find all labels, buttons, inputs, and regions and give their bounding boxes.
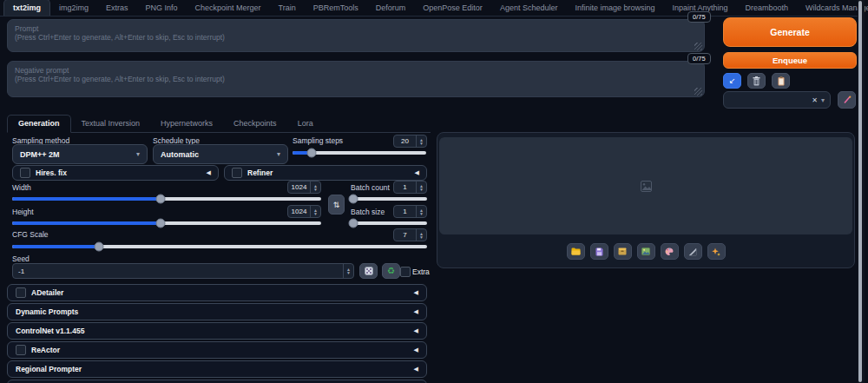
number-stepper[interactable]: ▲▼ bbox=[416, 182, 426, 193]
prompt-resize-handle[interactable] bbox=[694, 43, 702, 50]
archive-icon bbox=[618, 248, 627, 255]
number-stepper[interactable]: ▲▼ bbox=[343, 264, 353, 278]
slider-knob[interactable] bbox=[348, 195, 358, 204]
number-stepper[interactable]: ▲▼ bbox=[310, 182, 320, 193]
send-to-inpaint-button[interactable] bbox=[661, 243, 679, 260]
batch-count-value: 1 bbox=[394, 182, 416, 193]
accordion-label: ADetailer bbox=[31, 288, 409, 297]
save-image-button[interactable] bbox=[590, 243, 608, 260]
number-stepper[interactable]: ▲▼ bbox=[416, 135, 426, 147]
batch-size-slider[interactable] bbox=[349, 221, 427, 225]
hires-fix-accordion[interactable]: Hires. fix ◀ bbox=[12, 165, 219, 181]
tab-lora[interactable]: Lora bbox=[287, 116, 324, 132]
seed-extra-checkbox[interactable] bbox=[400, 267, 411, 277]
prompt-input[interactable] bbox=[7, 19, 705, 52]
negative-prompt-resize-handle[interactable] bbox=[694, 88, 702, 96]
tab-hypernetworks[interactable]: Hypernetworks bbox=[150, 116, 223, 132]
save-zip-button[interactable] bbox=[614, 243, 632, 260]
cfg-scale-slider[interactable] bbox=[12, 245, 427, 248]
tab-train[interactable]: Train bbox=[270, 0, 305, 16]
hires-fix-checkbox[interactable] bbox=[20, 168, 30, 178]
number-stepper[interactable]: ▲▼ bbox=[416, 229, 426, 241]
batch-size-number[interactable]: 1 ▲▼ bbox=[393, 205, 427, 218]
clear-prompt-button[interactable] bbox=[747, 73, 766, 89]
accordion-partial[interactable] bbox=[7, 380, 427, 383]
collapse-arrow-icon: ◀ bbox=[207, 169, 211, 176]
adetailer-checkbox[interactable] bbox=[16, 287, 26, 298]
sampling-steps-slider[interactable] bbox=[293, 151, 426, 155]
collapse-arrow-icon: ◀ bbox=[415, 169, 419, 176]
slider-fill bbox=[12, 221, 161, 225]
width-label: Width bbox=[12, 183, 31, 192]
tab-generation[interactable]: Generation bbox=[7, 115, 71, 133]
output-image-area[interactable] bbox=[439, 137, 852, 234]
folder-icon bbox=[571, 248, 581, 255]
slider-knob[interactable] bbox=[155, 219, 165, 228]
tab-pbremtools[interactable]: PBRemTools bbox=[305, 0, 367, 16]
send-to-extras-button[interactable] bbox=[684, 243, 702, 260]
reuse-seed-button[interactable]: ♻ bbox=[382, 263, 400, 279]
tab-openpose-editor[interactable]: OpenPose Editor bbox=[414, 0, 491, 16]
seed-input[interactable]: -1 ▲▼ bbox=[12, 263, 354, 279]
tab-txt2img[interactable]: txt2img bbox=[3, 0, 50, 16]
cfg-scale-number[interactable]: 7 ▲▼ bbox=[393, 228, 427, 241]
tab-deforum[interactable]: Deforum bbox=[367, 0, 415, 16]
paste-button[interactable]: ↙ bbox=[723, 73, 741, 89]
refiner-accordion[interactable]: Refiner ◀ bbox=[224, 165, 427, 181]
slider-knob[interactable] bbox=[95, 242, 104, 252]
image-icon bbox=[641, 248, 650, 255]
sampling-steps-value: 20 bbox=[394, 135, 416, 147]
reactor-checkbox[interactable] bbox=[16, 345, 26, 355]
accordion-adetailer[interactable]: ADetailer ◀ bbox=[7, 284, 427, 301]
width-number[interactable]: 1024 ▲▼ bbox=[287, 181, 321, 194]
styles-clear-icon[interactable]: ✕ bbox=[812, 96, 818, 104]
width-slider[interactable] bbox=[12, 197, 321, 201]
accordion-dynamic-prompts[interactable]: Dynamic Prompts ◀ bbox=[7, 303, 427, 320]
sampling-steps-label: Sampling steps bbox=[293, 136, 343, 145]
slider-knob[interactable] bbox=[155, 195, 165, 204]
accordion-reactor[interactable]: ReActor ◀ bbox=[7, 341, 427, 359]
number-stepper[interactable]: ▲▼ bbox=[310, 206, 320, 217]
swap-dimensions-icon: ⇅ bbox=[333, 201, 340, 209]
tab-img2img[interactable]: img2img bbox=[50, 0, 97, 16]
batch-count-number[interactable]: 1 ▲▼ bbox=[393, 181, 427, 194]
tab-dreambooth[interactable]: Dreambooth bbox=[737, 0, 798, 16]
generate-button[interactable]: Generate bbox=[723, 17, 857, 47]
cfg-scale-label: CFG Scale bbox=[12, 230, 49, 239]
height-value: 1024 bbox=[288, 206, 310, 217]
tab-textual-inversion[interactable]: Textual Inversion bbox=[71, 116, 151, 132]
tab-infinite-image-browsing[interactable]: Infinite image browsing bbox=[566, 0, 663, 16]
schedule-type-select[interactable]: Automatic ▾ bbox=[153, 144, 288, 164]
open-folder-button[interactable] bbox=[567, 243, 585, 260]
tab-checkpoint-merger[interactable]: Checkpoint Merger bbox=[187, 0, 270, 16]
slider-knob[interactable] bbox=[306, 149, 316, 158]
sampling-steps-number[interactable]: 20 ▲▼ bbox=[393, 135, 427, 148]
number-stepper[interactable]: ▲▼ bbox=[416, 206, 426, 217]
tab-checkpoints[interactable]: Checkpoints bbox=[223, 116, 287, 132]
edit-styles-button[interactable] bbox=[838, 91, 856, 109]
trash-icon bbox=[753, 76, 760, 86]
apply-styles-button[interactable] bbox=[772, 73, 790, 89]
slider-knob[interactable] bbox=[348, 219, 358, 228]
slider-fill bbox=[12, 197, 161, 201]
height-number[interactable]: 1024 ▲▼ bbox=[287, 205, 321, 218]
tab-extras[interactable]: Extras bbox=[97, 0, 137, 16]
send-to-img2img-button[interactable] bbox=[637, 243, 655, 260]
page-scrollbar-thumb[interactable] bbox=[858, 1, 862, 382]
upscale-button[interactable] bbox=[707, 243, 726, 260]
height-slider[interactable] bbox=[12, 221, 321, 225]
accordion-controlnet[interactable]: ControlNet v1.1.455 ◀ bbox=[7, 322, 427, 340]
swap-dimensions-button[interactable]: ⇅ bbox=[328, 195, 345, 215]
enqueue-button[interactable]: Enqueue bbox=[723, 52, 857, 69]
tab-png-info[interactable]: PNG Info bbox=[137, 0, 187, 16]
batch-count-slider[interactable] bbox=[349, 197, 427, 201]
random-seed-button[interactable] bbox=[359, 263, 378, 279]
negative-prompt-input[interactable] bbox=[7, 61, 705, 97]
styles-dropdown[interactable]: ✕ ▾ bbox=[723, 91, 831, 109]
tab-agent-scheduler[interactable]: Agent Scheduler bbox=[491, 0, 567, 16]
refiner-checkbox[interactable] bbox=[232, 168, 242, 178]
accordion-regional-prompter[interactable]: Regional Prompter ◀ bbox=[7, 360, 427, 378]
sampling-method-select[interactable]: DPM++ 2M ▾ bbox=[12, 144, 148, 164]
collapse-arrow-icon: ◀ bbox=[414, 347, 418, 353]
top-tab-bar: txt2img img2img Extras PNG Info Checkpoi… bbox=[0, 0, 863, 17]
